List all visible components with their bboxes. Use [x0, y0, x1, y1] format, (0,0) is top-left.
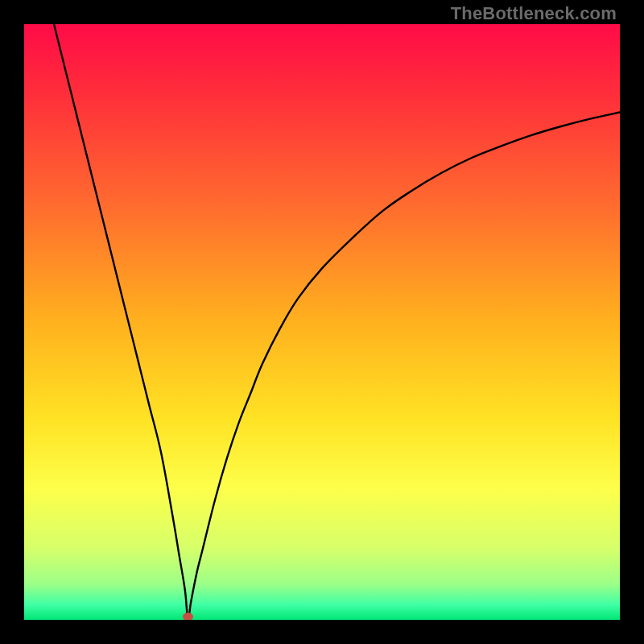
bottleneck-chart	[24, 24, 620, 620]
watermark-text: TheBottleneck.com	[451, 3, 617, 24]
gradient-background	[24, 24, 620, 620]
chart-frame	[24, 24, 620, 620]
